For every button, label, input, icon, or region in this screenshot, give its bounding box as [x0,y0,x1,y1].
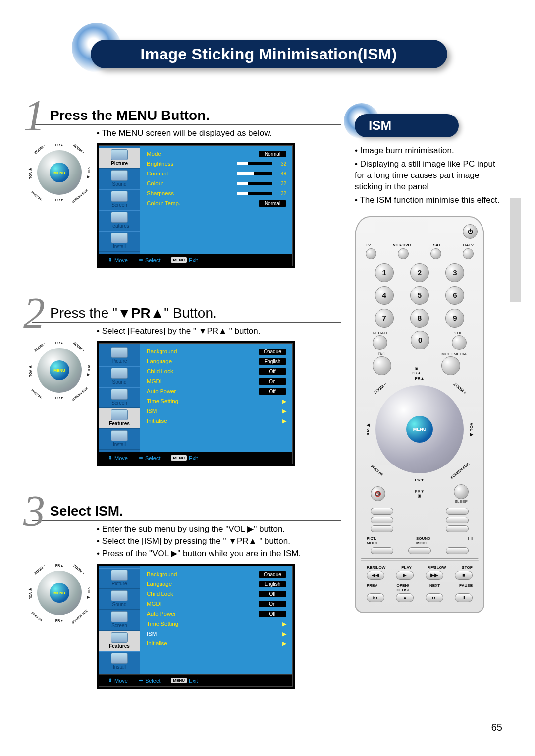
remote-control: ⏻ TVVCR/DVDSATCATV 1 2 3 4 5 6 [355,216,484,613]
ism-description: Image burn minimisation. Displaying a st… [355,145,505,206]
step-1: 1 Press the MENU Button. The MENU screen… [32,90,341,268]
title-banner: Image Sticking Minimisation(ISM) [91,40,447,75]
still-button[interactable] [452,335,467,350]
mode-labels: TVVCR/DVDSATCATV [362,243,478,248]
step-title: Press the MENU Button. [50,108,210,123]
number-pad: 1 2 3 4 5 6 7 8 9 [362,263,478,328]
dpad-graphic: MENU PR▲ PR▼ ◀ VOL VOL ▶ ZOOM − ZOOM + P… [32,145,87,200]
page-number: 65 [491,722,502,733]
step-notes: Enter the sub menu by using the "VOL ▶" … [97,524,341,559]
num-3[interactable]: 3 [445,263,464,282]
menu-button[interactable]: MENU [406,416,433,443]
step-number: 3 [23,496,45,526]
num-7[interactable]: 7 [375,309,394,328]
play-button[interactable]: ▶ [396,571,414,580]
step-3: 3 Select ISM. Enter the sub menu by usin… [32,486,341,689]
pict-mode-button[interactable] [371,547,393,554]
osd-features-panel: BackgroundOpaque LanguageEnglish Child L… [140,344,292,452]
step-2: 2 Press the "▼PR▲" Button. Select [Featu… [32,288,341,466]
tab-screen: Screen [99,189,140,210]
num-5[interactable]: 5 [410,286,429,305]
open-close-button[interactable]: ▲ [396,593,414,602]
tab-install: Install [99,231,140,252]
multimedia-button[interactable] [441,356,460,375]
dpad-graphic: MENU PR▲ PR▼ ◀ VOL VOL ▶ ZOOM − ZOOM + P… [32,566,87,620]
dpad-graphic: MENU PR▲ PR▼ ◀ VOL VOL ▶ ZOOM − ZOOM + P… [32,343,87,398]
mode-vcrdvd[interactable] [398,248,409,259]
recall-button[interactable] [373,335,387,350]
mode-catv[interactable] [463,248,474,259]
steps-column: 1 Press the MENU Button. The MENU screen… [32,90,341,708]
tab-features: Features [99,210,140,231]
prev-button[interactable]: ⏮ [367,593,384,602]
edge-tab [510,198,521,302]
page-title: Image Sticking Minimisation(ISM) [91,40,447,68]
num-1[interactable]: 1 [375,263,394,282]
osd-tabs: Picture Sound Screen Features Install [99,146,140,254]
next-button[interactable]: ⏭ [426,593,443,602]
mode-sat[interactable] [430,248,441,259]
tab-picture: Picture [99,148,140,169]
num-8[interactable]: 8 [410,309,429,328]
step-note: Select [Features] by the " ▼PR▲ " button… [97,326,341,336]
func-btn-2[interactable] [446,508,469,515]
step-number: 1 [23,100,45,131]
menu-button: MENU [50,163,69,182]
tab-features: Features [99,408,140,429]
mode-tv[interactable] [366,248,376,259]
num-9[interactable]: 9 [445,309,464,328]
osd-step1: Picture Sound Screen Features Install Mo… [97,143,295,268]
osd-picture-panel: ModeNormal Brightness32 Contrast48 Colou… [140,146,292,254]
step-number: 2 [23,298,45,329]
tab-sound: Sound [99,169,140,189]
step-title: Press the "▼PR▲" Button. [50,305,217,321]
i-ii-button[interactable] [446,547,469,554]
stop-button[interactable]: ■ [455,571,473,580]
sleep-button[interactable] [454,484,469,499]
func-btn-4[interactable] [446,517,469,523]
step-note: The MENU screen will be displayed as bel… [97,128,341,138]
func-btn-5[interactable] [371,525,393,532]
func-btn-3[interactable] [371,517,393,523]
sidebar: ISM Image burn minimisation. Displaying … [352,90,505,708]
num-4[interactable]: 4 [375,286,394,305]
mute-button[interactable]: 🔇 [371,486,385,501]
osd-hints: ⬍ Move ⬌ Select MENU Exit [99,254,292,266]
step-title: Select ISM. [50,503,123,519]
func-btn-6[interactable] [446,525,469,532]
pause-button[interactable]: ⏸ [455,593,473,602]
osd-step2: Picture Sound Screen Features Install Ba… [97,341,295,466]
power-button[interactable]: ⏻ [463,224,478,239]
num-6[interactable]: 6 [445,286,464,305]
av-button[interactable] [373,356,391,375]
rewind-button[interactable]: ◀◀ [367,571,384,580]
sound-mode-button[interactable] [408,547,431,554]
ffwd-button[interactable]: ▶▶ [426,571,443,580]
func-btn-1[interactable] [371,508,393,515]
osd-step3: Picture Sound Screen Features Install Ba… [97,564,295,689]
ism-heading: ISM [355,114,459,137]
num-0[interactable]: 0 [411,331,429,349]
num-2[interactable]: 2 [410,263,429,282]
osd-row-ism: ISM▶ [147,629,286,639]
remote-dpad[interactable]: MENU PR▲ PR▼ ◀ VOL VOL ▶ ZOOM − ZOOM + P… [368,377,472,481]
